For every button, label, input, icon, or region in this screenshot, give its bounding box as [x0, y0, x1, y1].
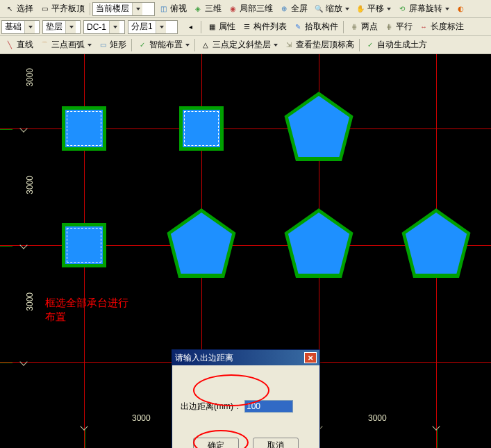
select-tool[interactable]: ↖选择: [1, 1, 36, 17]
edge-distance-dialog: 请输入出边距离 ✕ 出边距离(mm)： 确定 取消: [172, 349, 320, 448]
pile-cap-square[interactable]: [62, 223, 106, 267]
tick-mark: [19, 124, 27, 132]
layer-select[interactable]: 分层1: [128, 20, 178, 34]
foundation-select[interactable]: 基础: [1, 20, 40, 34]
align-tool[interactable]: ▭平齐板顶: [36, 1, 88, 17]
top-view-button[interactable]: ◫俯视: [155, 1, 190, 17]
drawing-canvas[interactable]: 3000 3000 3000 3000 3000 3000 框选全部承台进行 布…: [0, 54, 491, 448]
view-pad-elev-button[interactable]: ⇲查看垫层顶标高: [281, 38, 357, 53]
dialog-title-text: 请输入出边距离: [175, 352, 233, 364]
pile-cap-square[interactable]: [62, 106, 106, 151]
pan-button[interactable]: ✋平移: [352, 1, 394, 17]
slope-define-button[interactable]: △三点定义斜垫层: [197, 38, 281, 53]
length-dim-button[interactable]: ↔长度标注: [415, 19, 467, 35]
extra-icon: ◐: [455, 3, 466, 15]
toolbar-row-3: ╲直线 ⌒三点画弧 ▭矩形 ✓智能布置 △三点定义斜垫层 ⇲查看垫层顶标高 ✓自…: [0, 36, 491, 54]
annotation-text: 框选全部承台进行 布置: [45, 296, 128, 323]
rotate-icon: ⟲: [397, 3, 408, 15]
pile-cap-hexagon[interactable]: [281, 92, 357, 161]
extra-button[interactable]: ◐: [452, 1, 469, 17]
tick-mark: [19, 358, 27, 365]
cursor-icon: ↖: [4, 3, 15, 15]
line-icon: ╲: [4, 40, 15, 51]
ok-button[interactable]: 确定: [193, 438, 239, 448]
pick-component-button[interactable]: ✎拾取构件: [290, 19, 341, 35]
dialog-titlebar[interactable]: 请输入出边距离 ✕: [172, 350, 319, 365]
pile-cap-hexagon[interactable]: [398, 208, 474, 278]
pile-cap-hexagon[interactable]: [281, 208, 357, 278]
separator: [90, 3, 90, 15]
edge-distance-label: 出边距离(mm)：: [181, 401, 242, 413]
collapse-button[interactable]: ◂: [182, 19, 199, 35]
pad-select[interactable]: 垫层: [42, 20, 81, 34]
component-list-button[interactable]: ☰构件列表: [238, 19, 290, 35]
cancel-button[interactable]: 取消: [253, 438, 299, 448]
rect-tool[interactable]: ▭矩形: [94, 38, 129, 53]
arc-icon: ⌒: [39, 40, 50, 51]
arc-tool[interactable]: ⌒三点画弧: [36, 38, 94, 53]
toolbar-row-1: ↖选择 ▭平齐板顶 当前楼层 ◫俯视 ◈三维 ◉局部三维 ⊕全屏 🔍缩放 ✋平移…: [0, 0, 491, 18]
cube-icon: ◫: [158, 3, 169, 15]
pile-cap-square[interactable]: [179, 106, 224, 151]
close-button[interactable]: ✕: [304, 352, 317, 363]
screen-rotate-button[interactable]: ⟲屏幕旋转: [394, 1, 452, 17]
dim-label: 3000: [368, 413, 387, 423]
local-3d-button[interactable]: ◉局部三维: [224, 1, 276, 17]
parallel-button[interactable]: ⋕平行: [381, 19, 415, 35]
separator: [194, 39, 195, 51]
two-point-icon: ⋕: [349, 22, 360, 33]
align-icon: ▭: [39, 3, 50, 15]
dim-label: 3000: [25, 292, 35, 311]
separator: [343, 21, 344, 33]
dialog-body: 出边距离(mm)：: [172, 365, 319, 420]
list-icon: ☰: [241, 22, 252, 33]
floor-select[interactable]: 当前楼层: [92, 2, 155, 16]
fullscreen-button[interactable]: ⊕全屏: [276, 1, 310, 17]
zoom-button[interactable]: 🔍缩放: [310, 1, 352, 17]
dim-label: 3000: [132, 413, 151, 423]
parallel-icon: ⋕: [383, 22, 394, 33]
dim-label: 3000: [25, 176, 35, 194]
zoom-icon: 🔍: [313, 3, 324, 15]
collapse-icon: ◂: [185, 22, 196, 33]
tick-mark: [432, 422, 440, 430]
dim-label: 3000: [25, 68, 35, 87]
dialog-buttons: 确定 取消: [172, 438, 319, 448]
separator: [201, 21, 201, 33]
3d-icon: ◈: [192, 3, 203, 15]
elev-icon: ⇲: [283, 40, 294, 51]
auto-gen-button[interactable]: ✓自动生成土方: [362, 38, 430, 53]
slope-icon: △: [200, 40, 211, 51]
rect-icon: ▭: [97, 40, 108, 51]
dim-icon: ↔: [418, 22, 429, 33]
two-point-button[interactable]: ⋕两点: [346, 19, 381, 35]
toolbar-row-2: 基础 垫层 DC-1 分层1 ◂ ▦属性 ☰构件列表 ✎拾取构件 ⋕两点 ⋕平行…: [0, 18, 491, 36]
tick-mark: [19, 241, 27, 249]
dc-select[interactable]: DC-1: [83, 20, 125, 34]
separator: [131, 39, 132, 51]
pan-icon: ✋: [355, 3, 366, 15]
autogen-icon: ✓: [365, 40, 376, 51]
3d-button[interactable]: ◈三维: [190, 1, 224, 17]
separator: [359, 39, 360, 51]
edge-distance-input[interactable]: [244, 400, 293, 413]
properties-icon: ▦: [206, 22, 217, 33]
tick-mark: [80, 422, 88, 430]
smart-layout-button[interactable]: ✓智能布置: [134, 38, 192, 53]
line-tool[interactable]: ╲直线: [1, 38, 36, 53]
fullscreen-icon: ⊕: [278, 3, 290, 15]
local3d-icon: ◉: [227, 3, 238, 15]
picker-icon: ✎: [292, 22, 303, 33]
pile-cap-hexagon[interactable]: [163, 208, 240, 278]
smart-icon: ✓: [137, 40, 148, 51]
properties-button[interactable]: ▦属性: [203, 19, 238, 35]
